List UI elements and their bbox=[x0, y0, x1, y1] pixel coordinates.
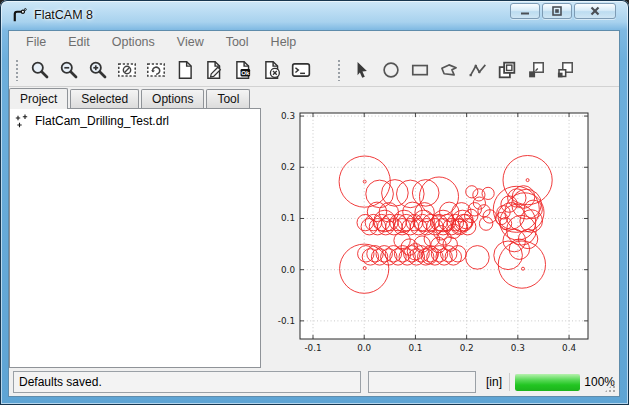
drill-marks-icon bbox=[15, 114, 29, 128]
y-tick-label: 0.2 bbox=[281, 162, 295, 172]
progress-bar bbox=[515, 374, 580, 391]
toolbar-drag-handle[interactable] bbox=[15, 59, 20, 81]
replot-button[interactable] bbox=[144, 58, 167, 81]
tab-project[interactable]: Project bbox=[9, 88, 68, 109]
accept-changes-icon bbox=[233, 60, 253, 80]
plot-canvas[interactable]: -0.10.00.10.20.30.4-0.10.00.10.20.3 bbox=[265, 87, 619, 368]
replot-icon bbox=[146, 60, 166, 80]
clear-plot-button[interactable] bbox=[115, 58, 138, 81]
x-tick-label: 0.3 bbox=[511, 343, 525, 353]
tab-selected[interactable]: Selected bbox=[70, 89, 139, 108]
draw-polygon-button[interactable] bbox=[437, 58, 460, 81]
menu-item-help[interactable]: Help bbox=[260, 33, 308, 51]
toolbar bbox=[9, 53, 619, 87]
toolbar-group-file-view-tools bbox=[13, 58, 315, 81]
window-title: FlatCAM 8 bbox=[34, 8, 93, 22]
status-aux-field bbox=[368, 371, 476, 393]
y-tick-label: 0.1 bbox=[281, 213, 295, 223]
statusbar: Defaults saved. [in] 100% bbox=[9, 368, 619, 396]
y-tick-label: -0.1 bbox=[278, 316, 295, 326]
menubar: FileEditOptionsViewToolHelp bbox=[9, 31, 619, 53]
left-panel: ProjectSelectedOptionsTool FlatCam_Drill… bbox=[9, 87, 261, 368]
minimize-button[interactable] bbox=[510, 3, 540, 19]
x-tick-label: 0.2 bbox=[460, 343, 474, 353]
window-controls bbox=[510, 3, 616, 19]
toolbar-group-draw-tools bbox=[335, 58, 579, 81]
accept-changes-button[interactable] bbox=[231, 58, 254, 81]
menu-item-tool[interactable]: Tool bbox=[215, 33, 260, 51]
x-tick-label: 0.1 bbox=[408, 343, 422, 353]
tree-item-label: FlatCam_Drilling_Test.drl bbox=[35, 114, 169, 128]
flatcam-logo-icon bbox=[11, 7, 28, 24]
close-button[interactable] bbox=[574, 3, 616, 19]
draw-polyline-button[interactable] bbox=[466, 58, 489, 81]
titlebar[interactable]: FlatCAM 8 bbox=[0, 0, 629, 30]
shell-icon bbox=[291, 60, 311, 80]
draw-polygon-icon bbox=[439, 60, 459, 80]
maximize-icon bbox=[550, 5, 564, 17]
move-object-button[interactable] bbox=[524, 58, 547, 81]
x-tick-label: 0.0 bbox=[357, 343, 371, 353]
tab-tool[interactable]: Tool bbox=[206, 89, 250, 108]
menu-item-options[interactable]: Options bbox=[101, 33, 166, 51]
shell-button[interactable] bbox=[289, 58, 312, 81]
main-area: ProjectSelectedOptionsTool FlatCam_Drill… bbox=[9, 87, 619, 368]
zoom-fit-icon bbox=[30, 60, 50, 80]
tab-bar: ProjectSelectedOptionsTool bbox=[9, 87, 261, 108]
edit-file-icon bbox=[204, 60, 224, 80]
draw-circle-icon bbox=[381, 60, 401, 80]
clear-plot-icon bbox=[117, 60, 137, 80]
y-tick-label: 0.0 bbox=[281, 265, 295, 275]
x-tick-label: -0.1 bbox=[304, 343, 321, 353]
copy-object-button[interactable] bbox=[495, 58, 518, 81]
y-tick-label: 0.3 bbox=[281, 111, 295, 121]
draw-circle-button[interactable] bbox=[379, 58, 402, 81]
progress-fill bbox=[515, 374, 580, 391]
duplicate-object-button[interactable] bbox=[553, 58, 576, 81]
x-tick-label: 0.4 bbox=[562, 343, 576, 353]
tree-item[interactable]: FlatCam_Drilling_Test.drl bbox=[10, 109, 260, 128]
tab-options[interactable]: Options bbox=[141, 89, 204, 108]
close-icon bbox=[588, 5, 602, 17]
toolbar-drag-handle[interactable] bbox=[337, 59, 342, 81]
menu-item-view[interactable]: View bbox=[166, 33, 215, 51]
menu-item-file[interactable]: File bbox=[15, 33, 57, 51]
status-message: Defaults saved. bbox=[19, 375, 102, 389]
minimize-icon bbox=[518, 5, 532, 17]
plot-panel: -0.10.00.10.20.30.4-0.10.00.10.20.3 bbox=[265, 87, 619, 368]
edit-file-button[interactable] bbox=[202, 58, 225, 81]
zoom-fit-button[interactable] bbox=[28, 58, 51, 81]
units-label: [in] bbox=[486, 375, 502, 389]
cancel-changes-button[interactable] bbox=[260, 58, 283, 81]
cancel-changes-icon bbox=[262, 60, 282, 80]
duplicate-object-icon bbox=[555, 60, 575, 80]
menu-item-edit[interactable]: Edit bbox=[57, 33, 101, 51]
zoom-out-button[interactable] bbox=[57, 58, 80, 81]
draw-rectangle-icon bbox=[410, 60, 430, 80]
zoom-in-button[interactable] bbox=[86, 58, 109, 81]
project-tree[interactable]: FlatCam_Drilling_Test.drl bbox=[9, 108, 261, 368]
status-message-field: Defaults saved. bbox=[13, 371, 361, 393]
status-divider bbox=[509, 373, 510, 391]
pointer-icon bbox=[352, 60, 372, 80]
draw-polyline-icon bbox=[468, 60, 488, 80]
new-file-button[interactable] bbox=[173, 58, 196, 81]
client-area: FileEditOptionsViewToolHelp ProjectSelec… bbox=[8, 30, 620, 397]
new-file-icon bbox=[175, 60, 195, 80]
zoom-in-icon bbox=[88, 60, 108, 80]
pointer-button[interactable] bbox=[350, 58, 373, 81]
app-window: FlatCAM 8 FileEditOptionsViewToolHelp Pr… bbox=[0, 0, 629, 405]
maximize-button[interactable] bbox=[542, 3, 572, 19]
copy-object-icon bbox=[497, 60, 517, 80]
move-object-icon bbox=[526, 60, 546, 80]
draw-rectangle-button[interactable] bbox=[408, 58, 431, 81]
zoom-out-icon bbox=[59, 60, 79, 80]
